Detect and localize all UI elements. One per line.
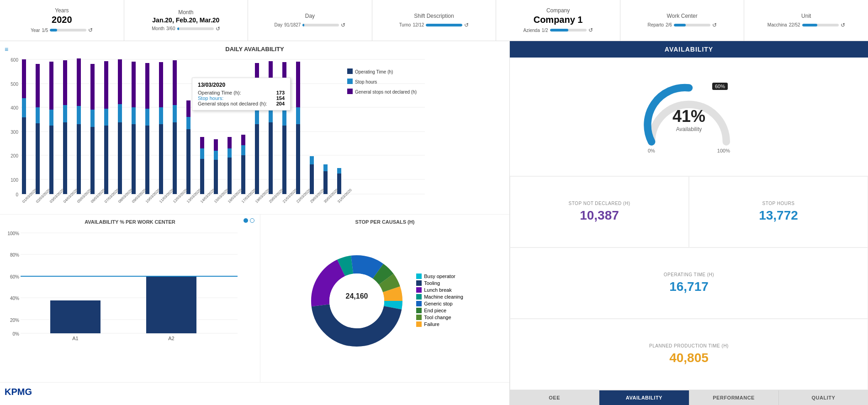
svg-text:KPMG: KPMG [5,387,32,397]
day-refresh-icon[interactable]: ↺ [341,22,345,28]
legend-tool-change: Tool change [416,315,463,320]
svg-rect-23 [63,122,67,194]
svg-rect-39 [132,107,136,124]
svg-rect-38 [132,124,136,194]
filter-workcenter: Work Center Reparto 2/6 ↺ [620,0,745,41]
shift-refresh-icon[interactable]: ↺ [464,22,469,28]
stat-stop-not-declared-value: 10,387 [580,208,619,223]
bottom-nav: OEE AVAILABILITY PERFORMANCE QUALITY [510,390,868,405]
workcenter-counter: 2/6 [666,22,672,27]
legend-generic-stop: Generic stop [416,301,463,306]
svg-text:Stop hours: Stop hours [355,79,377,84]
legend-color-tooling [416,280,422,286]
pie-legend: Busy operator Tooling Lunch break M [407,274,463,328]
svg-rect-47 [173,122,177,194]
svg-rect-46 [159,62,163,107]
years-value: 2020 [52,15,72,25]
shift-progress-fill [426,24,462,26]
tooltip-operating: Operating Time (h): 173 [198,90,285,95]
svg-point-139 [329,274,384,328]
stat-planned-production-label: PLANNED PRODUCTION TIME (H) [649,343,729,348]
legend-color-endpiece [416,308,422,313]
svg-rect-15 [22,98,26,117]
filter-years: Years 2020 Year 1/5 ↺ [0,0,124,41]
svg-rect-59 [228,158,232,194]
svg-text:100%: 100% [7,231,19,236]
company-label: Azienda [524,28,540,33]
stat-operating-time: OPERATING TIME (H) 16,717 [510,247,868,319]
unit-counter: 22/52 [789,22,800,27]
shift-progress [426,24,462,26]
svg-text:A1: A1 [72,336,78,341]
workcenter-label: Reparto [647,22,664,27]
tab-oee[interactable]: OEE [510,390,599,405]
filter-company: Company Company 1 Azienda 1/2 ↺ [496,0,620,41]
svg-rect-61 [228,137,232,148]
day-counter: 91/1827 [284,22,301,27]
years-progress-fill [50,29,57,32]
svg-text:40%: 40% [10,296,19,301]
svg-rect-68 [269,122,273,194]
expand-dot-filled[interactable] [243,218,248,223]
workcenter-sub: Reparto 2/6 ↺ [625,22,740,28]
tab-quality[interactable]: QUALITY [779,390,868,405]
month-progress-fill [177,27,179,30]
svg-text:0: 0 [16,192,18,197]
unit-title: Unit [801,13,811,19]
svg-text:A2: A2 [168,336,174,341]
gauge-section: 41% Availability 0% 100% 60% [510,58,868,176]
legend-color-toolchange [416,315,422,320]
tooltip-general: General stops not declared (h): 204 [198,101,285,106]
svg-rect-24 [63,105,67,122]
hamburger-icon[interactable]: ≡ [5,46,8,53]
svg-rect-77 [310,164,314,194]
svg-text:60%: 60% [10,274,19,279]
tab-performance[interactable]: PERFORMANCE [689,390,779,405]
filter-month: Month Jan.20, Feb.20, Mar.20 Month 3/60 … [124,0,249,41]
legend-machine-cleaning: Machine cleaning [416,294,463,300]
workcenter-refresh-icon[interactable]: ↺ [712,22,717,28]
svg-rect-127 [146,276,196,333]
svg-text:80%: 80% [10,252,19,258]
svg-text:Operating Time (h): Operating Time (h) [355,69,393,74]
stop-causals-section: STOP PER CAUSALS (H) [260,215,509,382]
svg-text:0%: 0% [13,331,20,337]
month-title: Month [178,9,193,16]
svg-text:24,160: 24,160 [346,292,368,300]
svg-rect-75 [296,107,300,124]
unit-progress [802,24,839,26]
svg-rect-44 [159,124,163,194]
svg-text:General stops not declared (h): General stops not declared (h) [355,89,417,95]
svg-rect-43 [145,63,149,109]
chart-tooltip: 13/03/2020 Operating Time (h): 173 Stop … [192,78,291,110]
svg-rect-17 [36,123,40,194]
expand-dot-outline[interactable] [250,218,254,223]
workcenter-title: Work Center [667,13,698,19]
tooltip-stop-label: Stop hours: [198,95,223,101]
legend-color-lunch [416,287,422,293]
svg-rect-71 [282,126,286,194]
stat-planned-production: PLANNED PRODUCTION TIME (H) 40,805 [510,319,868,390]
svg-rect-41 [145,126,149,194]
month-progress [177,27,214,30]
svg-rect-51 [186,117,191,129]
svg-rect-19 [36,64,40,107]
workcenter-progress-fill [674,24,686,26]
tab-availability[interactable]: AVAILABILITY [599,390,689,405]
daily-chart-title: DAILY AVAILABILITY [5,46,505,53]
legend-color-generic [416,301,422,306]
month-sub: Month 3/60 ↺ [129,26,243,32]
kpmg-logo-svg: KPMG [5,385,41,399]
day-progress [302,24,339,26]
gauge-max-label: 100% [717,148,730,153]
svg-rect-25 [63,60,67,105]
company-refresh-icon[interactable]: ↺ [588,27,593,33]
svg-rect-35 [118,122,122,194]
svg-rect-32 [104,126,108,194]
svg-rect-66 [255,109,259,124]
years-refresh-icon[interactable]: ↺ [88,27,93,33]
month-refresh-icon[interactable]: ↺ [216,26,220,32]
shift-sub: Turno 12/12 ↺ [377,22,492,28]
unit-refresh-icon[interactable]: ↺ [841,22,845,28]
stop-causals-donut: 24,160 [307,251,407,351]
